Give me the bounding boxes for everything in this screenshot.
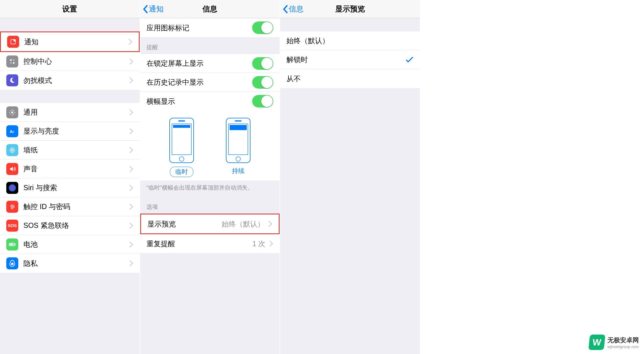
show-preview-row[interactable]: 显示预览 始终（默认） <box>141 214 279 233</box>
banner-label: 临时 <box>170 167 193 177</box>
row-label: 通知 <box>24 37 129 47</box>
settings-row[interactable]: 触控 ID 与密码 <box>0 197 140 216</box>
phone-icon <box>226 118 251 163</box>
preview-option[interactable]: 从不 <box>280 69 420 88</box>
settings-row-notifications[interactable]: 通知 <box>0 31 140 52</box>
option-label: 始终（默认） <box>286 36 414 45</box>
row-label: SOS 紧急联络 <box>23 221 129 230</box>
touchid-icon <box>6 201 18 213</box>
settings-row[interactable]: 声音 <box>0 160 140 178</box>
svg-point-3 <box>13 62 15 64</box>
chevron-right-icon <box>129 128 133 134</box>
chevron-right-icon <box>129 58 133 65</box>
badge-toggle-row[interactable]: 应用图标标记 <box>140 18 280 37</box>
chevron-right-icon <box>129 241 133 248</box>
svg-point-2 <box>10 59 12 61</box>
back-button[interactable]: 信息 <box>283 4 304 14</box>
toggle-switch[interactable] <box>252 57 273 70</box>
settings-row[interactable]: 墙纸 <box>0 141 140 160</box>
wallpaper-icon <box>6 144 18 156</box>
row-label: 电池 <box>23 240 129 249</box>
row-label: 隐私 <box>23 259 129 268</box>
row-value: 1 次 <box>252 239 265 248</box>
row-label: Siri 与搜索 <box>23 183 129 192</box>
svg-rect-23 <box>235 120 242 122</box>
settings-row[interactable]: 通用 <box>0 103 140 122</box>
watermark-logo: W <box>588 335 605 350</box>
chevron-right-icon <box>269 240 273 247</box>
screen-settings: 设置 通知 控制中心 勿扰模式 通用AA显示与亮度墙纸声音Siri 与搜索触控 … <box>0 0 140 354</box>
option-label: 解锁时 <box>286 55 406 64</box>
row-label: 控制中心 <box>23 57 129 66</box>
row-label: 显示与亮度 <box>23 126 129 136</box>
settings-row-control-center[interactable]: 控制中心 <box>0 52 140 71</box>
banner-label: 持续 <box>232 167 244 175</box>
svg-rect-15 <box>172 124 191 155</box>
svg-rect-13 <box>10 244 13 245</box>
alert-toggle-row[interactable]: 在历史记录中显示 <box>140 73 280 92</box>
banner-persistent[interactable]: 持续 <box>226 118 251 177</box>
chevron-left-icon <box>283 5 288 13</box>
chevron-right-icon <box>129 185 133 191</box>
preview-option[interactable]: 始终（默认） <box>280 31 420 50</box>
sound-icon <box>6 163 18 175</box>
notifications-icon <box>7 36 19 48</box>
banner-style-picker: 临时 持续 <box>140 111 280 180</box>
row-label: 声音 <box>23 164 129 174</box>
svg-rect-12 <box>15 244 15 245</box>
row-label: 通用 <box>23 108 129 117</box>
siri-icon <box>6 182 18 194</box>
toggle-switch[interactable] <box>252 95 273 108</box>
row-label: 在锁定屏幕上显示 <box>147 59 252 68</box>
display-icon: AA <box>6 125 18 137</box>
row-label: 在历史记录中显示 <box>147 77 252 87</box>
row-label: 墙纸 <box>23 145 129 155</box>
screen-messages-notif: 通知 信息 应用图标标记 提醒 在锁定屏幕上显示在历史记录中显示横幅显示 临时 … <box>140 0 280 354</box>
chevron-right-icon <box>129 204 133 210</box>
general-icon <box>6 106 18 118</box>
row-label: 勿扰模式 <box>23 76 129 85</box>
toggle-switch[interactable] <box>252 76 273 89</box>
phone-icon <box>169 118 194 163</box>
toggle-switch[interactable] <box>252 21 273 34</box>
sos-icon: SOS <box>6 220 18 232</box>
repeat-alerts-row[interactable]: 重复提醒 1 次 <box>140 234 280 253</box>
svg-point-10 <box>9 184 16 191</box>
screen-show-preview: 信息 显示预览 始终（默认）解锁时从不 <box>280 0 420 354</box>
settings-row-dnd[interactable]: 勿扰模式 <box>0 71 140 90</box>
dnd-icon <box>6 74 18 86</box>
watermark: W 无极安卓网 wjhotelgroup.com <box>589 335 639 350</box>
row-label: 应用图标标记 <box>147 23 252 33</box>
chevron-left-icon <box>143 5 148 13</box>
settings-row[interactable]: SOSSOS 紧急联络 <box>0 216 140 235</box>
chevron-right-icon <box>268 221 272 227</box>
preview-option[interactable]: 解锁时 <box>280 50 420 69</box>
row-label: 触控 ID 与密码 <box>23 202 129 211</box>
banner-temporary[interactable]: 临时 <box>169 118 194 177</box>
row-label: 横幅显示 <box>147 97 252 106</box>
row-value: 始终（默认） <box>222 219 264 229</box>
banner-description: "临时"横幅会出现在屏幕顶部并自动消失。 <box>140 180 280 197</box>
watermark-url: wjhotelgroup.com <box>607 345 639 349</box>
back-button[interactable]: 通知 <box>143 4 164 14</box>
chevron-right-icon <box>129 109 133 116</box>
page-title: 设置 <box>62 4 77 14</box>
settings-row[interactable]: 隐私 <box>0 254 140 273</box>
settings-row[interactable]: Siri 与搜索 <box>0 178 140 197</box>
alert-toggle-row[interactable]: 横幅显示 <box>140 92 280 111</box>
chevron-right-icon <box>129 147 133 153</box>
settings-row[interactable]: AA显示与亮度 <box>0 122 140 141</box>
alert-toggle-row[interactable]: 在锁定屏幕上显示 <box>140 54 280 73</box>
svg-point-17 <box>179 157 184 161</box>
privacy-icon <box>6 257 18 269</box>
chevron-right-icon <box>129 39 133 45</box>
option-label: 从不 <box>286 74 414 83</box>
chevron-right-icon <box>129 166 133 172</box>
svg-rect-21 <box>230 125 247 130</box>
svg-rect-18 <box>178 120 185 122</box>
control-center-icon <box>6 55 18 67</box>
svg-rect-19 <box>226 118 250 163</box>
section-header: 选项 <box>140 197 280 214</box>
svg-point-1 <box>13 39 16 41</box>
settings-row[interactable]: 电池 <box>0 235 140 254</box>
